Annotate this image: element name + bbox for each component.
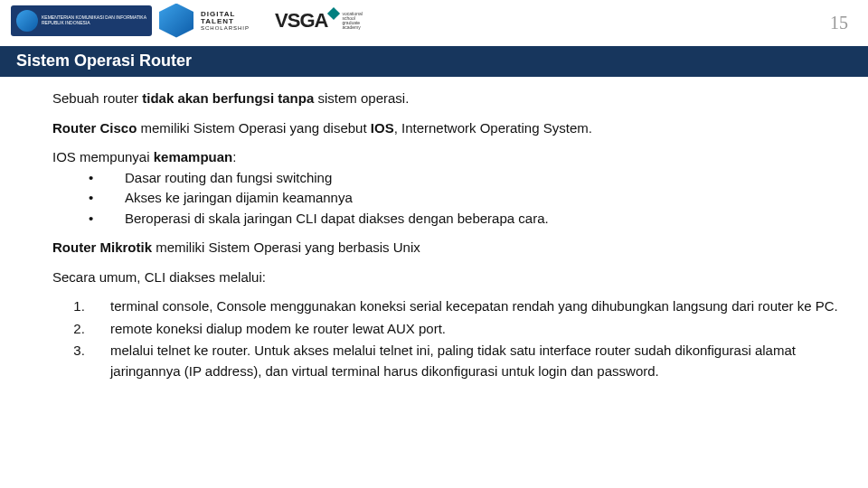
dts-cube-icon [159,4,193,38]
vsga-diamond-icon [327,6,340,19]
page-number: 15 [830,13,848,33]
paragraph-4: Router Mikrotik memiliki Sistem Operasi … [52,238,841,258]
cli-access-list: terminal console, Console menggunakan ko… [80,296,841,381]
list-item: terminal console, Console menggunakan ko… [89,296,841,317]
paragraph-2: Router Cisco memiliki Sistem Operasi yan… [52,118,841,139]
slide-header: KEMENTERIAN KOMUNIKASI DAN INFORMATIKA R… [0,0,868,41]
list-item: melalui telnet ke router. Untuk akses me… [89,341,841,381]
capability-list: Dasar routing dan fungsi switching Akses… [89,168,841,230]
list-item: Dasar routing dan fungsi switching [89,168,841,189]
kominfo-logo: KEMENTERIAN KOMUNIKASI DAN INFORMATIKA R… [11,5,152,36]
dts-logo [159,4,193,38]
slide-body: Sebuah router tidak akan berfungsi tanpa… [0,76,868,381]
list-item: Akses ke jaringan dijamin keamannya [89,188,841,209]
paragraph-5: Secara umum, CLI diakses melalui: [52,267,841,288]
slide-title: Sistem Operasi Router [0,46,868,76]
title-bar-wrap: Sistem Operasi Router [0,46,868,76]
dts-text-block: DIGITAL TALENT SCHOLARSHIP [201,11,250,31]
paragraph-3: IOS mempunyai kemampuan: Dasar routing d… [52,147,841,229]
list-item: Beroperasi di skala jaringan CLI dapat d… [89,209,841,230]
vsga-subtext: vocational school graduate academy [342,12,363,30]
kominfo-text: KEMENTERIAN KOMUNIKASI DAN INFORMATIKA R… [42,15,146,25]
paragraph-1: Sebuah router tidak akan berfungsi tanpa… [52,89,841,109]
vsga-logo: VSGA vocational school graduate academy [275,9,363,33]
list-item: remote koneksi dialup modem ke router le… [89,319,841,340]
kominfo-icon [16,10,38,32]
vsga-text: VSGA [275,9,327,33]
logo-group: KEMENTERIAN KOMUNIKASI DAN INFORMATIKA R… [11,4,363,38]
